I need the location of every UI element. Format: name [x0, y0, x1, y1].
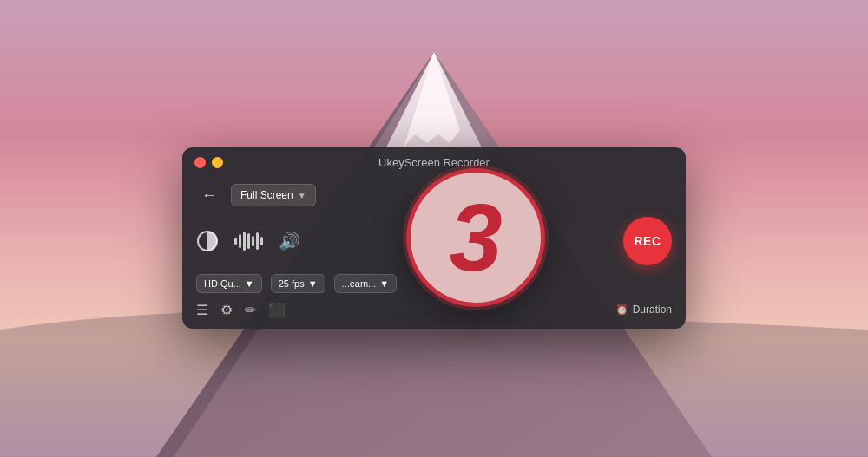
chevron-down-icon: ▼	[379, 277, 389, 288]
pen-tool-icon[interactable]: ✏	[245, 301, 256, 317]
volume-icon[interactable]: 🔊	[279, 230, 300, 251]
audio-waveform-icon[interactable]	[234, 230, 263, 251]
countdown-number: 3	[449, 190, 502, 285]
screen-mode-dropdown[interactable]: Full Screen ▼	[231, 184, 316, 206]
window-title: UkeyScreen Recorder	[378, 155, 490, 168]
image-icon[interactable]: ⬛	[268, 301, 286, 317]
chevron-down-icon: ▼	[298, 190, 306, 199]
minimize-button[interactable]	[212, 156, 223, 167]
fps-dropdown[interactable]: 25 fps ▼	[271, 273, 326, 292]
brightness-icon[interactable]	[196, 229, 219, 251]
clock-icon: ⏰	[615, 304, 628, 316]
countdown-circle: 3	[406, 168, 545, 307]
duration-button[interactable]: ⏰ Duration	[615, 304, 672, 316]
stream-dropdown[interactable]: ...eam... ▼	[334, 273, 398, 292]
back-button[interactable]: ←	[196, 182, 222, 207]
settings-icon[interactable]: ⚙	[220, 301, 233, 317]
app-window: UkeyScreen Recorder ← Full Screen ▼	[182, 147, 686, 328]
window-controls	[194, 156, 223, 167]
countdown-overlay: 3	[406, 168, 545, 307]
quality-dropdown[interactable]: HD Qu... ▼	[196, 273, 262, 292]
chevron-down-icon: ▼	[308, 277, 318, 288]
screen-mode-label: Full Screen	[240, 189, 293, 201]
chevron-down-icon: ▼	[245, 277, 254, 288]
rec-button[interactable]: REC	[623, 216, 672, 264]
close-button[interactable]	[194, 156, 206, 167]
list-view-icon[interactable]: ☰	[196, 301, 208, 317]
duration-label: Duration	[633, 304, 672, 316]
